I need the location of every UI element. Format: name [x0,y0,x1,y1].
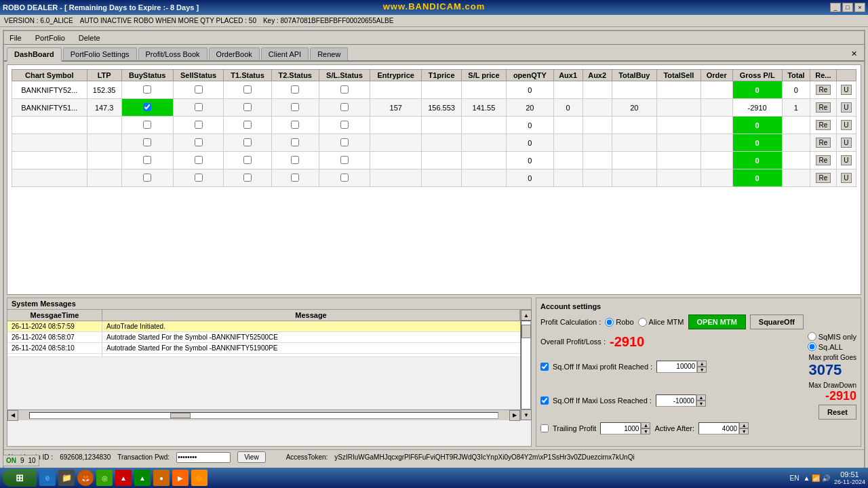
sell-status-cell[interactable] [173,99,224,117]
buy-status-cell[interactable] [121,81,173,99]
tab-portfolio-settings[interactable]: PortFolio Settings [63,47,137,60]
scroll-thumb[interactable] [170,413,191,418]
u-button[interactable]: U [841,173,851,183]
spin-up-btn[interactable]: ▲ [739,422,749,428]
taskbar-ie-icon[interactable]: e [39,470,56,486]
trailing-profit-spinner[interactable]: ▲ ▼ [600,422,650,434]
start-button[interactable]: ⊞ [3,469,37,487]
tab-orderbook[interactable]: OrderBook [209,47,260,60]
t2-status-cell[interactable] [271,134,319,152]
tab-client-api[interactable]: Client API [261,47,309,60]
buy-status-cell[interactable] [121,99,173,117]
buy-status-checkbox[interactable] [143,103,151,111]
spin-down-btn[interactable]: ▼ [739,428,749,434]
u-button[interactable]: U [841,138,851,148]
vertical-scrollbar[interactable]: ▲ ▼ [520,310,531,420]
taskbar-icon4[interactable]: ▶ [172,470,189,486]
sl-status-checkbox[interactable] [340,85,349,94]
sl-status-checkbox[interactable] [340,121,349,129]
re-button[interactable]: Re [816,102,831,113]
t1-status-checkbox[interactable] [243,103,252,111]
taskbar-explorer-icon[interactable]: 📁 [58,470,75,486]
sq-off-loss-spinner[interactable]: ▲ ▼ [656,394,706,407]
t2-status-cell[interactable] [271,117,319,134]
scroll-left-btn[interactable]: ◀ [7,410,18,421]
taskbar-icon3[interactable]: ● [153,470,170,486]
t1-status-cell[interactable] [224,99,271,117]
taskbar-chrome-icon[interactable]: ◎ [96,470,113,486]
sq-off-profit-spinner[interactable]: ▲ ▼ [656,361,707,373]
sell-status-cell[interactable] [173,134,224,152]
horizontal-scrollbar[interactable]: ◀ ▶ [7,409,520,420]
sq-mis-radio-label[interactable]: SqMIS only [808,332,856,341]
sell-status-checkbox[interactable] [195,156,203,164]
sl-status-cell[interactable] [319,99,370,117]
re-button[interactable]: Re [816,138,831,148]
vscroll-thumb[interactable] [521,325,531,338]
sl-status-checkbox[interactable] [340,138,349,146]
t2-status-checkbox[interactable] [291,121,299,129]
buy-status-cell[interactable] [121,134,173,152]
sell-status-checkbox[interactable] [195,174,203,182]
buy-status-checkbox[interactable] [143,138,151,146]
buy-status-checkbox[interactable] [143,121,151,129]
sell-status-cell[interactable] [173,81,224,99]
sell-status-checkbox[interactable] [195,85,203,94]
sq-off-profit-checkbox[interactable] [540,363,549,371]
t1-status-checkbox[interactable] [243,156,252,164]
u-button[interactable]: U [841,120,851,130]
scroll-right-btn[interactable]: ▶ [509,410,520,421]
taskbar-vlc-icon[interactable]: 🔶 [191,470,208,486]
t2-status-checkbox[interactable] [291,138,299,146]
buy-status-checkbox[interactable] [143,174,151,182]
taskbar-firefox-icon[interactable]: 🦊 [77,470,94,486]
re-cell[interactable]: Re [810,117,837,134]
t1-status-cell[interactable] [224,81,271,99]
trailing-profit-checkbox[interactable] [540,424,549,432]
active-after-spinner[interactable]: ▲ ▼ [698,422,749,434]
trailing-profit-input[interactable] [600,422,641,434]
t1-status-cell[interactable] [224,117,271,134]
view-button[interactable]: View [237,451,266,463]
u-button[interactable]: U [841,155,851,165]
scroll-up-btn[interactable]: ▲ [521,310,532,321]
buy-status-cell[interactable] [121,117,173,134]
maximize-button[interactable]: □ [842,3,853,12]
t1-status-checkbox[interactable] [243,174,252,182]
re-button[interactable]: Re [816,173,831,183]
t2-status-checkbox[interactable] [291,85,299,94]
spin-up-btn[interactable]: ▲ [697,361,707,367]
buy-status-checkbox[interactable] [143,156,151,164]
sl-status-checkbox[interactable] [340,103,349,111]
u-cell[interactable]: U [836,117,856,134]
open-mtm-button[interactable]: OPEN MTM [688,314,746,329]
vscroll-track[interactable] [521,321,531,409]
spin-up-btn[interactable]: ▲ [696,394,706,401]
sell-status-checkbox[interactable] [195,138,203,146]
spin-down-btn[interactable]: ▼ [696,401,706,407]
t1-status-cell[interactable] [224,134,271,152]
re-cell[interactable]: Re [810,81,837,99]
scroll-down-btn[interactable]: ▼ [521,409,532,420]
spin-arrows[interactable]: ▲ ▼ [697,361,707,373]
alice-mtm-radio-label[interactable]: Alice MTM [638,318,684,327]
robo-radio[interactable] [605,318,614,327]
u-cell[interactable]: U [836,81,856,99]
sq-mis-radio[interactable] [808,332,816,341]
minimize-button[interactable]: _ [830,3,841,12]
sl-status-checkbox[interactable] [340,174,349,182]
t1-status-checkbox[interactable] [243,138,252,146]
sq-all-radio-label[interactable]: Sq.ALL [808,342,856,351]
sl-status-cell[interactable] [319,134,370,152]
buy-status-checkbox[interactable] [143,85,151,94]
u-cell[interactable]: U [836,99,856,117]
t2-status-checkbox[interactable] [291,156,299,164]
menu-delete[interactable]: Delete [76,33,103,43]
sq-off-profit-input[interactable] [656,361,697,373]
spin-arrows-loss[interactable]: ▲ ▼ [696,394,706,407]
robo-radio-label[interactable]: Robo [605,318,633,327]
sq-off-loss-checkbox[interactable] [540,396,549,405]
tab-profit-loss[interactable]: Profit/Loss Book [138,47,208,60]
sell-status-checkbox[interactable] [195,121,203,129]
u-button[interactable]: U [841,85,851,95]
